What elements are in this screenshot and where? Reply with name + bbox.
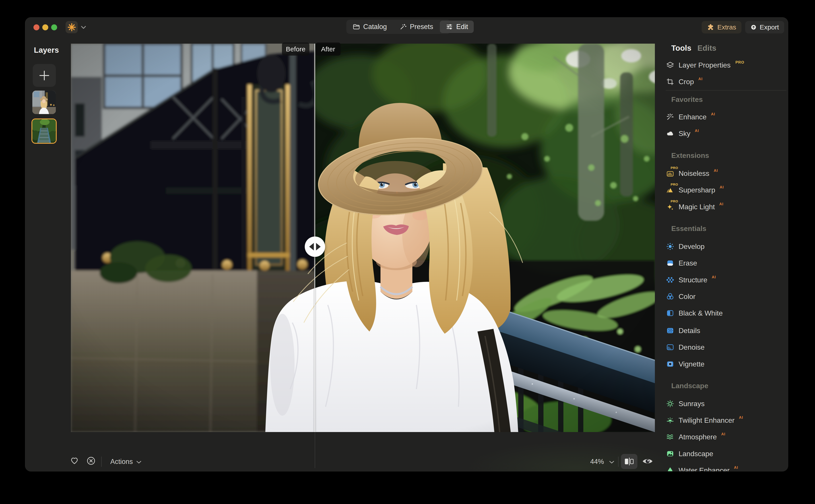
sky-cloud-icon — [666, 129, 675, 138]
magic-light-icon: PRO — [666, 202, 675, 211]
ai-badge: AI — [712, 275, 716, 279]
sunrays-icon — [666, 399, 675, 408]
erase-icon — [666, 259, 675, 268]
ai-badge: AI — [739, 415, 743, 420]
ai-badge: AI — [719, 202, 724, 206]
zoom-chevron-down-icon[interactable] — [609, 460, 615, 464]
denoise-icon — [666, 343, 675, 352]
tool-item-structure[interactable]: Structure AI — [666, 275, 788, 285]
enhance-icon — [666, 112, 675, 121]
handle-right-arrow-icon — [316, 243, 321, 250]
ai-badge: AI — [695, 129, 699, 133]
bottombar-divider-left — [101, 457, 102, 467]
tool-item-erase[interactable]: Erase — [666, 258, 788, 268]
plus-icon — [38, 69, 50, 82]
tool-item-atmosphere[interactable]: Atmosphere AI — [666, 432, 788, 442]
layer-thumbnail-forest-selected[interactable] — [31, 118, 57, 144]
pro-badge: PRO — [671, 199, 678, 203]
before-label: Before — [282, 43, 309, 56]
ai-badge: AI — [734, 465, 738, 470]
folder-icon — [353, 23, 360, 31]
tab-catalog-label: Catalog — [363, 23, 387, 31]
section-header-essentials: Essentials — [671, 225, 706, 233]
ai-badge: AI — [714, 169, 718, 173]
compare-view-button[interactable] — [621, 454, 637, 469]
add-layer-button[interactable] — [33, 64, 56, 87]
tool-item-black-and-white[interactable]: Black & White — [666, 308, 788, 318]
tool-item-water-enhancer[interactable]: Water Enhancer AI — [666, 465, 788, 471]
landscape-icon — [666, 449, 675, 458]
tool-item-crop[interactable]: Crop AI — [666, 76, 788, 87]
edits-panel-tab[interactable]: Edits — [697, 44, 716, 52]
tool-item-layer-properties[interactable]: Layer Properties PRO — [666, 60, 788, 70]
layer2-preview — [32, 119, 56, 143]
tool-item-color[interactable]: Color — [666, 291, 788, 302]
ai-badge: AI — [698, 77, 702, 81]
black-white-icon — [666, 309, 675, 318]
tab-presets[interactable]: Presets — [394, 21, 439, 33]
canvas-glow — [465, 441, 687, 471]
layer1-preview — [32, 91, 56, 114]
tools-panel-tab[interactable]: Tools — [671, 44, 691, 52]
tool-item-magic-light[interactable]: PRO Magic Light AI — [666, 202, 788, 212]
crop-icon — [666, 77, 675, 86]
section-header-landscape: Landscape — [671, 382, 708, 390]
tool-item-sky[interactable]: Sky AI — [666, 128, 788, 139]
export-button[interactable]: Export — [745, 21, 784, 33]
photo-canvas[interactable] — [71, 44, 655, 432]
tool-item-details[interactable]: Details — [666, 325, 788, 336]
puzzle-icon — [707, 23, 714, 31]
tool-item-landscape[interactable]: Landscape — [666, 448, 788, 459]
handle-left-arrow-icon — [309, 243, 314, 250]
compare-slider-handle[interactable] — [305, 236, 325, 257]
ai-badge: AI — [711, 112, 715, 116]
section-header-favorites: Favorites — [671, 95, 703, 104]
app-menu-chevron-down-icon[interactable] — [80, 25, 87, 29]
app-logo-icon[interactable] — [66, 21, 78, 33]
luminar-asterisk-icon — [67, 23, 76, 32]
sliders-icon — [446, 23, 453, 31]
tool-item-supersharp[interactable]: PRO Supersharp AI — [666, 185, 788, 195]
layer-properties-icon — [666, 61, 675, 70]
app-window: Catalog Presets Edit — [25, 17, 788, 471]
compare-divider-tail — [315, 432, 315, 468]
water-enhancer-icon — [666, 466, 675, 471]
color-icon — [666, 292, 675, 301]
details-icon — [666, 326, 675, 335]
tool-item-noiseless[interactable]: PRO Noiseless AI — [666, 168, 788, 179]
tool-item-vignette[interactable]: Vignette — [666, 359, 788, 369]
zoom-window-button[interactable] — [51, 24, 57, 30]
minimize-window-button[interactable] — [42, 24, 48, 30]
tool-item-denoise[interactable]: Denoise — [666, 342, 788, 353]
actions-menu[interactable]: Actions — [110, 458, 133, 466]
structure-icon — [666, 275, 675, 284]
twilight-enhancer-icon — [666, 416, 675, 425]
favorite-heart-icon[interactable] — [70, 456, 79, 466]
tool-item-twilight-enhancer[interactable]: Twilight Enhancer AI — [666, 415, 788, 426]
ai-badge: AI — [721, 432, 726, 436]
develop-icon — [666, 242, 675, 251]
bottombar-divider-right — [618, 457, 619, 467]
tab-catalog[interactable]: Catalog — [347, 21, 393, 33]
actions-chevron-down-icon[interactable] — [136, 460, 142, 464]
export-label: Export — [760, 23, 779, 31]
tool-item-sunrays[interactable]: Sunrays — [666, 398, 788, 409]
tab-edit[interactable]: Edit — [440, 21, 474, 33]
layer-thumbnail-portrait[interactable] — [32, 91, 56, 114]
reject-circle-x-icon[interactable] — [86, 456, 96, 466]
layers-panel-title: Layers — [34, 46, 59, 54]
noiseless-icon: PRO — [666, 169, 675, 178]
section-header-extensions: Extensions — [671, 151, 709, 160]
split-compare-icon — [624, 457, 634, 466]
supersharp-icon: PRO — [666, 186, 675, 194]
zoom-level-value[interactable]: 44% — [590, 458, 604, 466]
tool-item-enhance[interactable]: Enhance AI — [666, 112, 788, 122]
tool-item-develop[interactable]: Develop — [666, 241, 788, 252]
pro-badge: PRO — [671, 182, 678, 186]
preview-eye-icon[interactable] — [642, 456, 654, 466]
tab-edit-label: Edit — [456, 23, 468, 31]
mode-tabbar: Catalog Presets Edit — [346, 20, 450, 34]
close-window-button[interactable] — [33, 24, 39, 30]
export-arrow-icon — [751, 23, 757, 31]
extras-button[interactable]: Extras — [702, 21, 741, 33]
